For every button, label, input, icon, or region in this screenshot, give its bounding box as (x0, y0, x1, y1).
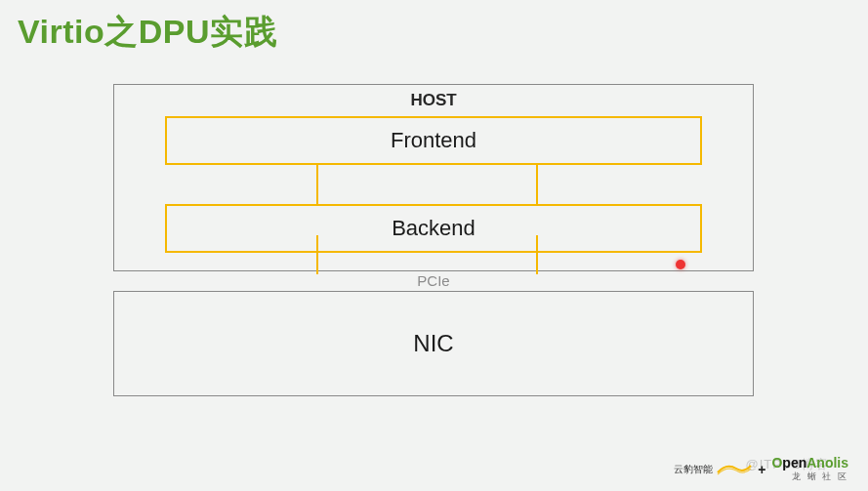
connector-line (316, 165, 318, 204)
yunbao-logo: 云豹智能 (674, 463, 752, 476)
slide-title: Virtio之DPU实践 (18, 10, 277, 55)
swoosh-icon (717, 463, 752, 476)
connector-line (536, 165, 538, 204)
host-container: HOST Frontend Backend (113, 84, 754, 271)
logo-mid: pen (782, 455, 806, 471)
openanolis-logo: OpenAnolis 龙 蜥 社 区 (771, 455, 848, 483)
footer-logos: 云豹智能 + OpenAnolis 龙 蜥 社 区 (674, 455, 848, 483)
frontend-box: Frontend (165, 116, 702, 165)
pcie-label: PCIe (113, 270, 754, 291)
host-label: HOST (114, 91, 753, 110)
architecture-diagram: HOST Frontend Backend PCIe NIC (113, 84, 754, 396)
connector-line (316, 235, 318, 274)
connector-line (536, 235, 538, 274)
nic-label: NIC (413, 330, 453, 357)
logo-suffix: Anolis (806, 455, 848, 471)
logo-subtext: 龙 蜥 社 区 (771, 471, 848, 483)
yunbao-text: 云豹智能 (674, 463, 713, 476)
plus-icon: + (758, 462, 765, 477)
nic-box: NIC (113, 291, 754, 396)
logo-letter: O (771, 455, 782, 471)
frontend-label: Frontend (391, 128, 476, 153)
backend-box: Backend (165, 204, 702, 253)
frontend-backend-connectors (165, 165, 702, 204)
backend-label: Backend (392, 216, 475, 241)
